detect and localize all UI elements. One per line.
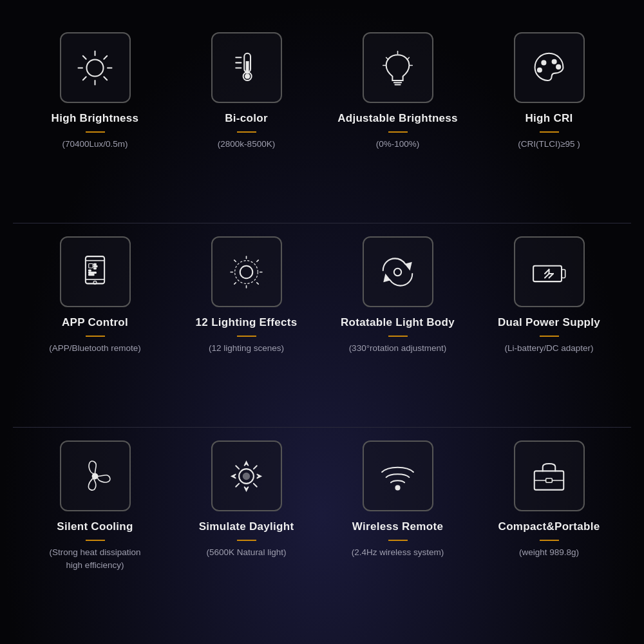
svg-point-62 bbox=[395, 486, 400, 490]
icon-box-rotatable bbox=[363, 236, 433, 307]
feature-title-dual-power: Dual Power Supply bbox=[498, 316, 600, 329]
svg-point-15 bbox=[245, 74, 250, 79]
svg-marker-49 bbox=[384, 274, 390, 281]
feature-divider-bi-color bbox=[237, 131, 256, 133]
feature-row-3: Silent Cooling(Strong heat dissipation h… bbox=[13, 428, 631, 631]
feature-item-dual-power: Dual Power Supply(Li-battery/DC adapter) bbox=[478, 236, 620, 355]
svg-rect-37 bbox=[89, 274, 94, 275]
feature-divider-adjustable-brightness bbox=[388, 131, 408, 133]
main-container: High Brightness(70400Lux/0.5m) Bi-color(… bbox=[0, 0, 644, 644]
feature-title-bi-color: Bi-color bbox=[225, 112, 268, 125]
feature-title-silent-cooling: Silent Cooling bbox=[57, 520, 133, 533]
svg-line-7 bbox=[104, 55, 107, 59]
svg-rect-51 bbox=[533, 265, 562, 281]
svg-line-47 bbox=[234, 282, 236, 283]
icon-box-adjustable-brightness bbox=[363, 32, 433, 103]
feature-divider-high-brightness bbox=[86, 131, 105, 133]
svg-point-50 bbox=[394, 268, 401, 275]
icon-box-high-cri bbox=[514, 32, 585, 103]
svg-rect-13 bbox=[247, 61, 249, 73]
icon-box-app-control bbox=[60, 236, 131, 307]
feature-divider-lighting-effects bbox=[237, 336, 256, 337]
feature-divider-compact-portable bbox=[540, 540, 559, 541]
svg-line-45 bbox=[257, 282, 258, 283]
svg-point-0 bbox=[87, 59, 104, 76]
svg-line-19 bbox=[386, 57, 388, 59]
feature-title-rotatable: Rotatable Light Body bbox=[341, 316, 455, 329]
svg-rect-36 bbox=[89, 272, 96, 273]
feature-title-wireless-remote: Wireless Remote bbox=[352, 520, 443, 533]
svg-line-44 bbox=[234, 260, 236, 261]
feature-subtitle-high-brightness: (70400Lux/0.5m) bbox=[62, 138, 128, 151]
feature-item-adjustable-brightness: Adjustable Brightness(0%-100%) bbox=[327, 32, 469, 151]
feature-subtitle-app-control: (APP/Bluetooth remote) bbox=[49, 342, 141, 355]
svg-rect-33 bbox=[94, 265, 97, 267]
icon-box-silent-cooling bbox=[60, 440, 131, 511]
feature-divider-silent-cooling bbox=[86, 540, 105, 541]
svg-line-20 bbox=[407, 57, 409, 59]
svg-rect-65 bbox=[546, 478, 553, 482]
feature-divider-rotatable bbox=[388, 336, 408, 337]
feature-subtitle-simulate-daylight: (5600K Natural light) bbox=[207, 546, 287, 559]
svg-point-38 bbox=[240, 265, 253, 278]
svg-rect-35 bbox=[89, 270, 91, 271]
feature-divider-simulate-daylight bbox=[237, 540, 256, 541]
feature-subtitle-compact-portable: (weight 989.8g) bbox=[519, 546, 579, 559]
feature-subtitle-lighting-effects: (12 lighting scenes) bbox=[209, 342, 284, 355]
svg-point-23 bbox=[542, 61, 546, 65]
svg-rect-34 bbox=[94, 268, 96, 269]
feature-item-simulate-daylight: Simulate Daylight(5600K Natural light) bbox=[176, 440, 317, 559]
feature-title-adjustable-brightness: Adjustable Brightness bbox=[337, 112, 458, 125]
feature-item-lighting-effects: 12 Lighting Effects(12 lighting scenes) bbox=[176, 236, 317, 355]
feature-subtitle-adjustable-brightness: (0%-100%) bbox=[376, 138, 420, 151]
svg-point-61 bbox=[243, 473, 250, 479]
feature-item-silent-cooling: Silent Cooling(Strong heat dissipation h… bbox=[24, 440, 166, 573]
feature-item-compact-portable: Compact&Portable(weight 989.8g) bbox=[478, 440, 620, 559]
svg-line-6 bbox=[104, 77, 107, 80]
feature-title-app-control: APP Control bbox=[62, 316, 128, 329]
feature-item-high-brightness: High Brightness(70400Lux/0.5m) bbox=[24, 32, 166, 151]
svg-point-24 bbox=[552, 59, 556, 64]
feature-subtitle-dual-power: (Li-battery/DC adapter) bbox=[504, 342, 593, 355]
feature-divider-dual-power bbox=[540, 336, 559, 337]
icon-box-high-brightness bbox=[60, 32, 131, 103]
feature-divider-wireless-remote bbox=[388, 540, 408, 541]
feature-item-rotatable: Rotatable Light Body(330°rotation adjust… bbox=[327, 236, 469, 355]
svg-point-39 bbox=[235, 260, 258, 283]
feature-item-wireless-remote: Wireless Remote(2.4Hz wireless system) bbox=[327, 440, 469, 559]
svg-point-26 bbox=[556, 64, 561, 69]
svg-line-5 bbox=[83, 55, 86, 59]
icon-box-wireless-remote bbox=[363, 440, 433, 511]
feature-row-1: High Brightness(70400Lux/0.5m) Bi-color(… bbox=[13, 19, 631, 223]
feature-divider-app-control bbox=[86, 336, 105, 337]
feature-subtitle-rotatable: (330°rotation adjustment) bbox=[349, 342, 447, 355]
svg-point-25 bbox=[538, 68, 542, 72]
svg-marker-48 bbox=[406, 262, 412, 269]
icon-box-simulate-daylight bbox=[211, 440, 282, 511]
feature-title-high-cri: High CRI bbox=[525, 112, 573, 125]
feature-row-2: APP Control(APP/Bluetooth remote) 12 Lig… bbox=[13, 223, 631, 428]
feature-item-bi-color: Bi-color(2800k-8500K) bbox=[176, 32, 317, 151]
svg-rect-31 bbox=[89, 263, 93, 268]
feature-title-lighting-effects: 12 Lighting Effects bbox=[196, 316, 298, 329]
feature-subtitle-wireless-remote: (2.4Hz wireless system) bbox=[352, 546, 444, 559]
svg-line-58 bbox=[545, 273, 549, 278]
svg-rect-32 bbox=[94, 263, 96, 265]
feature-title-high-brightness: High Brightness bbox=[52, 112, 139, 125]
feature-title-simulate-daylight: Simulate Daylight bbox=[199, 520, 294, 533]
svg-line-46 bbox=[257, 260, 258, 261]
feature-item-app-control: APP Control(APP/Bluetooth remote) bbox=[24, 236, 166, 355]
feature-divider-high-cri bbox=[540, 131, 559, 133]
feature-subtitle-silent-cooling: (Strong heat dissipation high efficiency… bbox=[50, 546, 141, 573]
feature-subtitle-high-cri: (CRI(TLCI)≥95 ) bbox=[518, 138, 580, 151]
feature-subtitle-bi-color: (2800k-8500K) bbox=[218, 138, 275, 151]
icon-box-compact-portable bbox=[514, 440, 585, 511]
icon-box-dual-power bbox=[514, 236, 585, 307]
svg-line-8 bbox=[83, 77, 86, 80]
feature-item-high-cri: High CRI(CRI(TLCI)≥95 ) bbox=[478, 32, 620, 151]
feature-title-compact-portable: Compact&Portable bbox=[498, 520, 600, 533]
icon-box-lighting-effects bbox=[211, 236, 282, 307]
icon-box-bi-color bbox=[211, 32, 282, 103]
